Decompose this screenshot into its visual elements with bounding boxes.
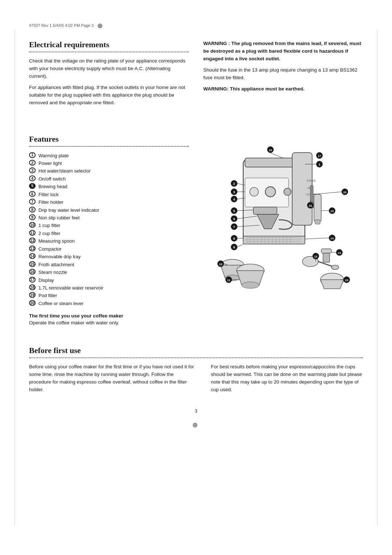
feature-num-3: 3 xyxy=(29,167,36,173)
feature-item-11: 112 cup filter xyxy=(29,230,189,237)
first-use-sub: Operate the coffee maker with water only… xyxy=(29,320,189,325)
feature-item-18: 181.7L removable water reservoir xyxy=(29,284,189,292)
feature-text-10: 1 cup filter xyxy=(38,222,60,229)
feature-item-12: 12Measuring spoon xyxy=(29,237,189,245)
svg-line-67 xyxy=(237,244,243,247)
feature-text-8: Drip tray water level indicator xyxy=(38,206,99,214)
coffee-machine-diagram: STEAM OFF COFFEE xyxy=(203,138,356,291)
feature-num-7: 7 xyxy=(29,199,36,204)
svg-text:8: 8 xyxy=(233,237,235,240)
feature-item-20: 20Coffee or steam lever xyxy=(29,300,189,307)
feature-num-1: 1 xyxy=(29,152,36,158)
feature-item-13: 13Compactor xyxy=(29,245,189,253)
svg-line-99 xyxy=(313,192,342,194)
electrical-para3: Should the fuse in the 13 amp plug requi… xyxy=(203,66,363,82)
svg-line-82 xyxy=(305,238,329,239)
feature-item-8: 8Drip tray water level indicator xyxy=(29,206,189,214)
svg-text:13: 13 xyxy=(338,251,341,255)
feature-item-1: 1Warming plate xyxy=(29,152,189,159)
svg-text:2: 2 xyxy=(233,182,235,186)
svg-rect-10 xyxy=(310,185,313,203)
bottom-cross-mark xyxy=(192,421,200,428)
feature-num-11: 11 xyxy=(29,230,36,236)
svg-point-37 xyxy=(331,265,339,270)
svg-rect-38 xyxy=(321,249,331,253)
feature-num-10: 10 xyxy=(29,222,36,228)
feature-text-11: 2 cup filter xyxy=(38,230,60,237)
feature-num-20: 20 xyxy=(29,300,36,306)
features-section: Features 1Warming plate2Power light3Hot … xyxy=(29,134,189,332)
svg-text:5: 5 xyxy=(233,209,235,213)
svg-text:1: 1 xyxy=(318,163,320,166)
warning-section: WARNING : The plug removed from the main… xyxy=(203,40,363,123)
svg-text:19: 19 xyxy=(345,279,348,282)
svg-text:6: 6 xyxy=(233,217,235,221)
first-use-note-area: The first time you use your coffee maker… xyxy=(29,313,189,325)
doc-ref: 47507 Rev 1 5/4/05 4:02 PM Page 3 xyxy=(29,23,94,28)
svg-text:16: 16 xyxy=(309,204,312,207)
electrical-rule xyxy=(29,52,189,52)
svg-point-6 xyxy=(284,188,291,195)
feature-text-20: Coffee or steam lever xyxy=(38,300,83,307)
feature-item-3: 3Hot water/steam selector xyxy=(29,167,189,175)
feature-num-13: 13 xyxy=(29,246,36,251)
svg-text:7: 7 xyxy=(233,225,235,229)
feature-text-3: Hot water/steam selector xyxy=(38,167,91,175)
before-first-use-left: Before using your coffee maker for the f… xyxy=(29,363,196,394)
svg-point-5 xyxy=(265,187,275,197)
feature-text-19: Pod filter xyxy=(38,292,57,299)
feature-num-5: 5 xyxy=(29,183,36,189)
features-title: Features xyxy=(29,134,189,144)
feature-text-12: Measuring spoon xyxy=(38,237,75,245)
feature-num-9: 9 xyxy=(29,214,36,220)
feature-num-4: 4 xyxy=(29,175,36,181)
svg-rect-13 xyxy=(243,236,305,244)
feature-text-4: On/off switch xyxy=(38,175,66,183)
diagram-area: STEAM OFF COFFEE xyxy=(203,134,363,283)
feature-text-18: 1.7L removable water reservoir xyxy=(38,284,103,292)
feature-num-18: 18 xyxy=(29,284,36,290)
feature-num-15: 15 xyxy=(29,261,36,267)
feature-item-15: 15Froth attachment xyxy=(29,261,189,268)
feature-num-6: 6 xyxy=(29,191,36,197)
feature-item-10: 101 cup filter xyxy=(29,222,189,229)
feature-text-16: Steam nozzle xyxy=(38,268,67,276)
feature-text-6: Filter lock xyxy=(38,191,59,198)
feature-text-2: Power light xyxy=(38,159,62,167)
electrical-title: Electrical requirements xyxy=(29,40,189,49)
feature-item-7: 7Filter holder xyxy=(29,198,189,206)
svg-text:15: 15 xyxy=(331,210,334,213)
feature-item-2: 2Power light xyxy=(29,159,189,167)
before-first-use-section: Before first use Before using your coffe… xyxy=(29,346,363,397)
before-first-use-title: Before first use xyxy=(29,346,363,355)
feature-text-13: Compactor xyxy=(38,245,62,253)
features-rule xyxy=(29,146,189,147)
feature-item-19: 19Pod filter xyxy=(29,292,189,299)
feature-item-9: 9Non slip rubber feet xyxy=(29,214,189,222)
svg-rect-39 xyxy=(323,253,330,262)
feature-text-1: Warming plate xyxy=(38,152,69,159)
svg-text:STEAM: STEAM xyxy=(307,179,315,182)
svg-point-35 xyxy=(242,282,259,288)
svg-rect-12 xyxy=(253,207,277,214)
svg-text:12: 12 xyxy=(314,255,318,258)
feature-text-9: Non slip rubber feet xyxy=(38,214,79,222)
warning1: WARNING : The plug removed from the main… xyxy=(203,40,363,63)
feature-text-15: Froth attachment xyxy=(38,261,74,268)
feature-text-17: Display xyxy=(38,276,54,284)
svg-text:17: 17 xyxy=(318,154,321,158)
svg-text:18: 18 xyxy=(269,149,272,152)
before-first-use-right: For best results before making your espr… xyxy=(211,363,363,394)
svg-text:20: 20 xyxy=(343,191,347,194)
svg-line-93 xyxy=(270,153,283,158)
feature-num-14: 14 xyxy=(29,253,36,259)
bottom-marks xyxy=(29,421,363,428)
svg-text:14: 14 xyxy=(331,237,334,240)
svg-text:3: 3 xyxy=(233,190,235,194)
feature-item-6: 6Filter lock xyxy=(29,191,189,198)
before-rule xyxy=(29,357,363,358)
warning2: WARNING: This appliance must be earthed. xyxy=(203,85,363,93)
svg-rect-31 xyxy=(315,220,320,224)
feature-num-19: 19 xyxy=(29,292,36,298)
svg-text:9: 9 xyxy=(233,246,235,249)
